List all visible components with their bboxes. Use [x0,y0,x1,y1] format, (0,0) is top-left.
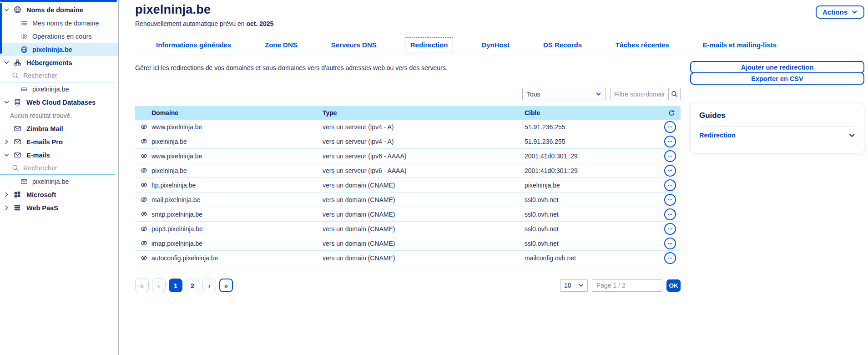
sidebar-item-pixelninja-domain[interactable]: pixelninja.be [0,43,118,56]
eye-off-icon [141,182,147,188]
ellipsis-icon [667,124,673,130]
eye-off-icon [141,225,147,232]
sidebar-item-microsoft[interactable]: Microsoft [0,188,118,201]
sidebar-item-label: Web Cloud Databases [26,99,96,106]
table-row[interactable]: pop3.pixelninja.be vers un domain (CNAME… [135,222,681,236]
export-csv-button[interactable]: Exporter en CSV [690,72,864,85]
page-indicator-input[interactable] [592,279,662,292]
gear-icon [20,33,28,40]
per-page-select[interactable]: 10 [560,279,588,292]
tab[interactable]: Serveurs DNS [326,37,382,52]
eye-off-icon [141,152,147,159]
row-actions-button[interactable] [664,194,676,206]
row-type: vers un domain (CNAME) [323,240,525,247]
globe-icon [14,6,21,14]
sidebar-search-hebergements[interactable] [0,69,115,82]
row-actions-button[interactable] [664,208,676,220]
tab-bar: Informations générales Zone DNS Serveurs… [135,37,864,55]
type-filter-select[interactable]: Tous [522,88,606,100]
row-domain: www.pixelninja.be [151,123,323,131]
table-row[interactable]: pixelninja.be vers un serveur (ipv6 - AA… [135,163,681,178]
chevron-right-icon[interactable] [4,205,10,211]
first-page-button[interactable]: « [135,279,149,292]
chevron-down-icon [595,91,601,97]
sidebar-item-mes-noms-de-domaine[interactable]: Mes noms de domaine [0,16,118,30]
side-action-buttons: Ajouter une redirection Exporter en CSV [690,61,864,85]
tab[interactable]: Tâches récentes [610,37,675,52]
sidebar-search-input[interactable] [23,164,91,172]
previous-page-button[interactable]: ‹ [152,279,166,292]
row-actions-button[interactable] [664,252,676,264]
chevron-down-icon[interactable] [4,7,10,13]
page-number-button[interactable]: 1 [169,279,182,292]
mail-icon [20,178,28,185]
table-row[interactable]: autoconfig.pixelninja.be vers un domain … [135,251,681,265]
refresh-icon[interactable] [668,110,675,117]
sidebar-item-noms-de-domaine[interactable]: Noms de domaine [0,3,118,16]
table-row[interactable]: pixelninja.be vers un serveur (ipv4 - A)… [135,134,681,149]
tab[interactable]: E-mails et mailing-lists [697,37,782,52]
row-type: vers un serveur (ipv4 - A) [323,123,525,131]
row-target: ssl0.ovh.net [525,240,659,247]
sidebar-item-operations-en-cours[interactable]: Opérations en cours [0,30,118,43]
sidebar-item-emails-pro[interactable]: E-mails Pro [0,135,118,148]
next-page-button[interactable]: › [202,279,216,292]
row-actions-button[interactable] [664,238,676,249]
row-target: pixelninja.be [525,182,659,189]
sidebar-item-web-paas[interactable]: Web PaaS [0,201,118,214]
filter-row: Tous [135,88,681,100]
row-actions-button[interactable] [664,179,676,191]
tab[interactable]: Informations générales [151,37,237,52]
chevron-down-icon [852,9,858,15]
mail-icon [14,125,21,132]
row-actions-button[interactable] [664,150,676,162]
database-icon [14,98,21,106]
sidebar-item-pixelninja-email[interactable]: pixelninja.be [0,175,118,188]
tab[interactable]: Redirection [405,37,454,52]
row-actions-button[interactable] [664,121,676,133]
sidebar-item-web-cloud-databases[interactable]: Web Cloud Databases [0,96,118,109]
last-page-button[interactable]: » [219,279,233,292]
page-title: pixelninja.be [135,3,864,17]
table-row[interactable]: smtp.pixelninja.be vers un domain (CNAME… [135,207,681,222]
chevron-right-icon[interactable] [4,192,10,198]
sidebar-item-pixelninja-hosting[interactable]: pixelninja.be [0,82,118,96]
row-actions-button[interactable] [664,165,676,177]
tab[interactable]: Zone DNS [259,37,303,52]
add-redirection-button[interactable]: Ajouter une redirection [690,61,864,73]
table-row[interactable]: imap.pixelninja.be vers un domain (CNAME… [135,236,681,251]
table-row[interactable]: www.pixelninja.be vers un serveur (ipv4 … [135,120,681,134]
chevron-down-icon[interactable] [4,60,10,66]
chevron-right-icon[interactable] [4,139,10,145]
ok-button[interactable]: OK [666,279,681,292]
list-icon [20,20,28,27]
table-row[interactable]: ftp.pixelninja.be vers un domain (CNAME)… [135,178,681,193]
row-domain: pixelninja.be [151,138,323,145]
guides-card: Guides Redirection [690,103,864,153]
table-row[interactable]: www.pixelninja.be vers un serveur (ipv6 … [135,149,681,163]
sidebar-item-hebergements[interactable]: Hébergements [0,56,118,69]
row-type: vers un domain (CNAME) [323,211,525,218]
chevron-down-icon[interactable] [4,99,10,105]
subdomain-filter [610,88,681,100]
ellipsis-icon [667,226,673,232]
tab[interactable]: DS Records [538,37,587,52]
actions-button[interactable]: Actions [816,5,864,19]
sidebar-search-emails[interactable] [0,162,115,175]
chevron-down-icon[interactable] [4,152,10,158]
page-number-button[interactable]: 2 [186,279,199,292]
guide-link-redirection[interactable]: Redirection [699,127,855,144]
subdomain-filter-input[interactable] [610,88,668,100]
row-domain: autoconfig.pixelninja.be [151,254,323,262]
ellipsis-icon [667,167,673,174]
tab[interactable]: DynHost [476,37,515,52]
sidebar-item-emails[interactable]: E-mails [0,148,118,162]
row-actions-button[interactable] [664,223,676,235]
sidebar-search-input[interactable] [23,72,91,79]
search-button[interactable] [668,88,681,100]
mail-icon [14,151,21,159]
ellipsis-icon [667,211,673,218]
row-actions-button[interactable] [664,136,676,147]
sidebar-item-zimbra-mail[interactable]: Zimbra Mail [0,122,118,135]
table-row[interactable]: mail.pixelninja.be vers un domain (CNAME… [135,193,681,207]
